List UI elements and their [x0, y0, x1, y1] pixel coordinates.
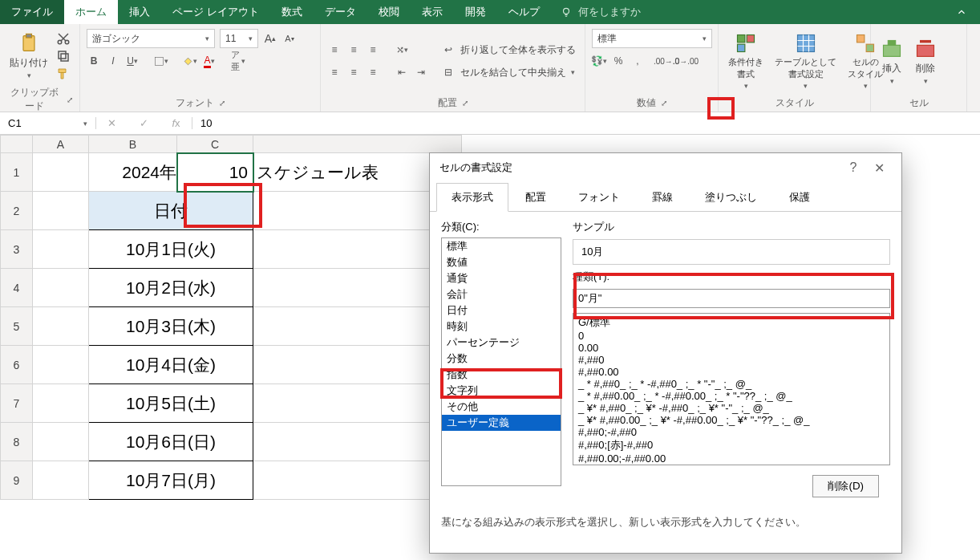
cell-B5[interactable]: 10月3日(木) — [89, 307, 253, 346]
format-as-table-button[interactable]: テーブルとして 書式設定▾ — [771, 29, 840, 93]
formula-bar[interactable]: 10 — [192, 117, 980, 129]
dialog-help-button[interactable]: ? — [840, 160, 866, 175]
accounting-button[interactable]: 💱▾ — [592, 54, 606, 68]
row-header-8[interactable]: 8 — [1, 423, 33, 461]
font-size-combo[interactable]: 11▾ — [220, 29, 258, 48]
cell-B2[interactable]: 日付 — [89, 192, 253, 230]
number-format-combo[interactable]: 標準▾ — [592, 29, 712, 48]
align-bottom-button[interactable]: ≡ — [366, 43, 380, 57]
cell-B1[interactable]: 2024年 — [89, 153, 177, 192]
copy-button[interactable] — [56, 49, 71, 63]
cell-B7[interactable]: 10月5日(土) — [89, 384, 253, 423]
cell-A8[interactable] — [33, 423, 89, 461]
cell-B6[interactable]: 10月4日(金) — [89, 346, 253, 384]
comma-button[interactable]: , — [630, 54, 645, 68]
category-item[interactable]: 分数 — [442, 351, 561, 367]
col-header-C[interactable]: C — [177, 136, 253, 153]
italic-button[interactable]: I — [106, 54, 120, 68]
insert-cells-button[interactable]: 挿入▾ — [877, 34, 906, 88]
decrease-decimal-button[interactable]: .0→.00 — [678, 54, 693, 68]
align-middle-button[interactable]: ≡ — [346, 43, 361, 57]
cell-B4[interactable]: 10月2日(水) — [89, 269, 253, 307]
align-right-button[interactable]: ≡ — [366, 65, 380, 79]
dialog-tab-protection[interactable]: 保護 — [774, 183, 825, 212]
tab-view[interactable]: 表示 — [411, 0, 454, 24]
dialog-tab-number[interactable]: 表示形式 — [436, 183, 508, 212]
category-item[interactable]: 日付 — [442, 302, 561, 319]
category-item[interactable]: 数値 — [442, 254, 561, 270]
tab-review[interactable]: 校閲 — [367, 0, 411, 24]
col-header-rest[interactable] — [253, 136, 462, 153]
format-item[interactable]: #,##0;[赤]-#,##0 — [575, 438, 888, 452]
cell-B3[interactable]: 10月1日(火) — [89, 230, 253, 269]
fill-color-button[interactable]: ▾ — [183, 54, 197, 68]
percent-button[interactable]: % — [611, 54, 626, 68]
dialog-close-button[interactable]: ✕ — [866, 160, 892, 176]
merge-center-button[interactable]: ⊟ セルを結合して中央揃え▾ — [441, 63, 576, 82]
dialog-tab-alignment[interactable]: 配置 — [510, 183, 561, 212]
category-item[interactable]: 会計 — [442, 286, 561, 302]
cut-button[interactable] — [56, 31, 71, 46]
category-item-user-defined[interactable]: ユーザー定義 — [442, 415, 561, 431]
increase-decimal-button[interactable]: .00→.0 — [659, 54, 674, 68]
bold-button[interactable]: B — [87, 54, 101, 68]
tab-data[interactable]: データ — [314, 0, 367, 24]
increase-font-button[interactable]: A▴ — [263, 31, 277, 46]
tab-insert[interactable]: 挿入 — [118, 0, 161, 24]
paste-button[interactable]: 貼り付け ▾ — [6, 29, 51, 83]
number-launcher[interactable]: ⤢ — [661, 99, 667, 108]
category-list[interactable]: 標準 数値 通貨 会計 日付 時刻 パーセンテージ 分数 指数 文字列 その他 … — [441, 237, 561, 486]
format-item[interactable]: _ ¥* #,##0.00_ ;_ ¥* -#,##0.00_ ;_ ¥* "-… — [575, 414, 888, 426]
conditional-format-button[interactable]: 条件付き 書式▾ — [725, 29, 767, 93]
orientation-button[interactable]: ⤭▾ — [395, 43, 409, 57]
name-box[interactable]: C1 ▾ — [0, 117, 96, 129]
format-item[interactable]: 0.00 — [575, 342, 888, 354]
format-item[interactable]: G/標準 — [575, 315, 888, 330]
category-item[interactable]: その他 — [442, 399, 561, 415]
format-item[interactable]: 0 — [575, 330, 888, 342]
row-header-1[interactable]: 1 — [1, 153, 33, 192]
category-item[interactable]: 標準 — [442, 238, 561, 254]
cell-A4[interactable] — [33, 269, 89, 307]
decrease-font-button[interactable]: A▾ — [282, 31, 297, 46]
select-all-corner[interactable] — [1, 136, 33, 153]
align-top-button[interactable]: ≡ — [327, 43, 342, 57]
cell-A7[interactable] — [33, 384, 89, 423]
format-list[interactable]: G/標準 0 0.00 #,##0 #,##0.00 _ * #,##0_ ;_… — [573, 313, 890, 465]
collapse-ribbon-button[interactable] — [943, 0, 980, 24]
tab-file[interactable]: ファイル — [0, 0, 64, 24]
col-header-B[interactable]: B — [89, 136, 177, 153]
align-left-button[interactable]: ≡ — [327, 65, 342, 79]
row-header-9[interactable]: 9 — [1, 461, 33, 500]
align-center-button[interactable]: ≡ — [346, 65, 361, 79]
increase-indent-button[interactable]: ⇥ — [414, 65, 428, 79]
cell-A9[interactable] — [33, 461, 89, 500]
row-header-4[interactable]: 4 — [1, 269, 33, 307]
row-header-7[interactable]: 7 — [1, 384, 33, 423]
row-header-3[interactable]: 3 — [1, 230, 33, 269]
type-input[interactable] — [573, 289, 890, 308]
row-header-2[interactable]: 2 — [1, 192, 33, 230]
tab-developer[interactable]: 開発 — [454, 0, 497, 24]
tab-page-layout[interactable]: ページ レイアウト — [161, 0, 270, 24]
alignment-launcher[interactable]: ⤢ — [462, 99, 468, 108]
font-family-combo[interactable]: 游ゴシック▾ — [87, 29, 215, 48]
category-item[interactable]: 通貨 — [442, 270, 561, 286]
col-header-A[interactable]: A — [33, 136, 89, 153]
dialog-tab-fill[interactable]: 塗りつぶし — [690, 183, 772, 212]
borders-button[interactable]: ▾ — [154, 54, 168, 68]
cell-A6[interactable] — [33, 346, 89, 384]
enter-formula-button[interactable]: ✓ — [140, 117, 148, 129]
tell-me-search[interactable]: 何をしますか — [554, 0, 647, 24]
tab-formulas[interactable]: 数式 — [270, 0, 314, 24]
category-item[interactable]: 時刻 — [442, 319, 561, 335]
format-painter-button[interactable] — [56, 67, 71, 81]
underline-button[interactable]: U▾ — [125, 54, 140, 68]
dialog-tab-font[interactable]: フォント — [563, 183, 635, 212]
category-item[interactable]: パーセンテージ — [442, 335, 561, 351]
cell-C1[interactable]: 10 — [177, 153, 253, 192]
clipboard-launcher[interactable]: ⤢ — [67, 95, 73, 104]
cell-A5[interactable] — [33, 307, 89, 346]
decrease-indent-button[interactable]: ⇤ — [395, 65, 409, 79]
cancel-formula-button[interactable]: ✕ — [107, 117, 116, 129]
